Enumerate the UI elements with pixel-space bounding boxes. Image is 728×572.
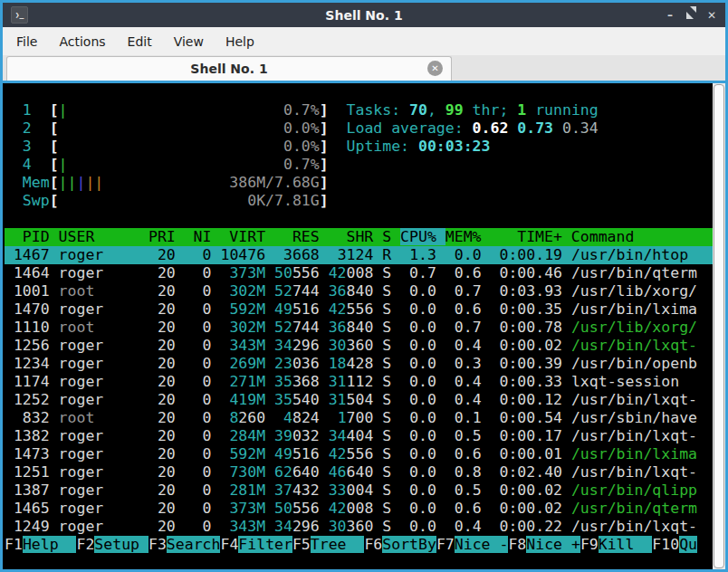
process-row-1110[interactable]: 1110 root 20 0 302M 52744 36840 S 0.0 0.… <box>5 319 713 337</box>
fkey-f10-button[interactable]: F10Qu <box>652 536 697 553</box>
fkey-f3-button[interactable]: F3Search <box>148 536 220 553</box>
process-row-1387[interactable]: 1387 roger 20 0 281M 37432 33004 S 0.0 0… <box>5 481 713 500</box>
process-row-1382[interactable]: 1382 roger 20 0 284M 39032 34404 S 0.0 0… <box>5 427 713 445</box>
process-row-1467[interactable]: 1467 roger 20 0 10476 3668 3124 R 1.3 0.… <box>5 246 713 264</box>
fkey-f8-button[interactable]: F8Nice + <box>508 536 580 553</box>
process-row-1465[interactable]: 1465 roger 20 0 373M 50556 42008 S 0.0 0… <box>5 500 713 518</box>
restore-button[interactable] <box>686 12 694 19</box>
menu-item-edit[interactable]: Edit <box>117 30 163 53</box>
menu-item-file[interactable]: File <box>5 30 48 53</box>
fkey-f2-button[interactable]: F2Setup <box>76 536 148 553</box>
window-controls: – ✕ <box>667 3 716 27</box>
close-button[interactable]: ✕ <box>707 10 716 21</box>
process-row-1252[interactable]: 1252 roger 20 0 419M 35540 31504 S 0.0 0… <box>5 391 713 409</box>
process-row-1256[interactable]: 1256 roger 20 0 343M 34296 30360 S 0.0 0… <box>5 337 713 355</box>
htop-screen: 1 [| 0.7%] Tasks: 70, 99 thr; 1 running … <box>5 101 713 554</box>
menu-item-actions[interactable]: Actions <box>48 30 116 53</box>
swap-meter-line: Swp[ 0K/7.81G] <box>5 192 713 210</box>
cpu3-meter-line: 3 [ 0.0%] Uptime: 00:03:23 <box>5 138 713 156</box>
process-row-1464[interactable]: 1464 roger 20 0 373M 50556 42008 S 0.7 0… <box>5 264 713 282</box>
fkey-f4-button[interactable]: F4Filter <box>220 536 292 553</box>
process-row-1174[interactable]: 1174 roger 20 0 271M 35368 31112 S 0.0 0… <box>5 373 713 391</box>
sort-column-header-cpu[interactable]: CPU% <box>400 228 445 245</box>
blank-line <box>5 210 713 228</box>
function-key-bar: F1Help F2Setup F3SearchF4FilterF5Tree F6… <box>5 536 713 554</box>
process-table-header[interactable]: PID USER PRI NI VIRT RES SHR S CPU% MEM%… <box>5 228 713 246</box>
process-row-1234[interactable]: 1234 roger 20 0 269M 23036 18428 S 0.0 0… <box>5 355 713 373</box>
tab-shell[interactable]: Shell No. 1 ✕ <box>6 56 452 81</box>
window-title: Shell No. 1 <box>3 8 725 23</box>
fkey-f1-button[interactable]: F1Help <box>5 536 76 553</box>
fkey-f7-button[interactable]: F7Nice - <box>436 536 508 553</box>
process-row-1473[interactable]: 1473 roger 20 0 592M 49516 42556 S 0.0 0… <box>5 445 713 463</box>
tabbar: Shell No. 1 ✕ <box>3 55 725 81</box>
menu-item-view[interactable]: View <box>163 30 215 53</box>
scrollbar-thumb[interactable] <box>714 84 724 568</box>
titlebar: ❯_ Shell No. 1 – ✕ <box>3 3 725 27</box>
terminal-app-icon: ❯_ <box>11 6 28 24</box>
cpu2-meter-line: 2 [ 0.0%] Load average: 0.62 0.73 0.34 <box>5 119 713 138</box>
process-row-832[interactable]: 832 root 20 0 8260 4824 1700 S 0.0 0.1 0… <box>5 409 713 427</box>
menubar: File Actions Edit View Help <box>3 27 725 55</box>
process-row-1470[interactable]: 1470 roger 20 0 592M 49516 42556 S 0.0 0… <box>5 300 713 319</box>
memory-meter-line: Mem[||||| 386M/7.68G] <box>5 174 713 192</box>
tab-close-icon[interactable]: ✕ <box>427 61 443 76</box>
fkey-f6-button[interactable]: F6SortBy <box>364 536 436 553</box>
qterminal-window: ❯_ Shell No. 1 – ✕ File Actions Edit Vie… <box>0 0 728 572</box>
tab-label: Shell No. 1 <box>190 62 267 76</box>
menu-item-help[interactable]: Help <box>215 30 265 53</box>
process-row-1001[interactable]: 1001 root 20 0 302M 52744 36840 S 0.0 0.… <box>5 282 713 300</box>
cpu1-meter-line: 1 [| 0.7%] Tasks: 70, 99 thr; 1 running <box>5 101 713 119</box>
fkey-f5-button[interactable]: F5Tree <box>292 536 364 553</box>
scrollbar[interactable] <box>713 83 725 569</box>
process-row-1249[interactable]: 1249 roger 20 0 343M 34296 30360 S 0.0 0… <box>5 518 713 536</box>
terminal-icon-glyph: ❯_ <box>15 11 24 19</box>
fkey-f9-button[interactable]: F9Kill <box>580 536 652 553</box>
minimize-button[interactable]: – <box>667 10 673 21</box>
terminal[interactable]: 1 [| 0.7%] Tasks: 70, 99 thr; 1 running … <box>3 81 725 569</box>
cpu4-meter-line: 4 [| 0.7%] <box>5 156 713 174</box>
process-row-1251[interactable]: 1251 roger 20 0 730M 62640 46640 S 0.0 0… <box>5 463 713 481</box>
